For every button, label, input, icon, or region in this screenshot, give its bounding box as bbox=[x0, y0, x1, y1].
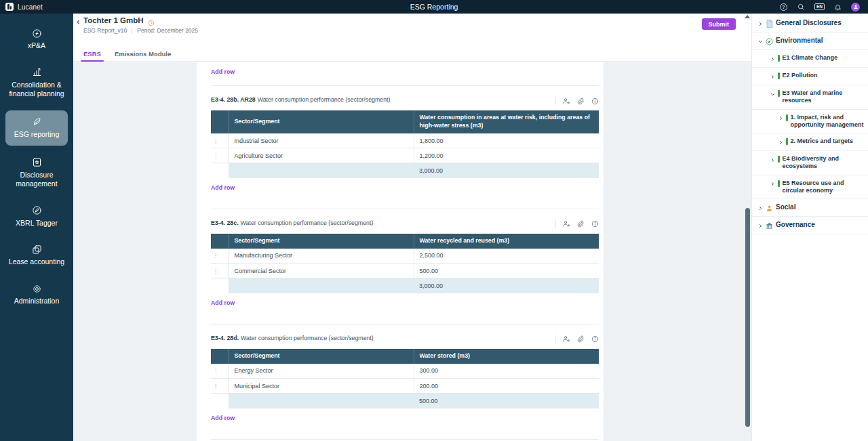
sidebar-item-consolidation[interactable]: Consolidation & financial planning bbox=[3, 62, 71, 104]
total-label-cell bbox=[229, 278, 414, 293]
drag-handle[interactable]: ⋮ bbox=[213, 153, 218, 159]
assign-user-icon[interactable] bbox=[562, 97, 570, 105]
sidebar-item-disclosure-management[interactable]: Disclosure management bbox=[3, 152, 71, 194]
sector-cell[interactable]: Industrial Sector bbox=[229, 133, 414, 148]
assign-user-icon[interactable] bbox=[562, 335, 570, 343]
tree-item-social[interactable]: Social bbox=[752, 199, 868, 217]
info-icon[interactable] bbox=[591, 220, 599, 228]
table-row: ⋮ Energy Sector 300.00 bbox=[211, 364, 599, 379]
tree-item-governance[interactable]: Governance bbox=[752, 217, 868, 234]
total-row: 500.00 bbox=[211, 394, 599, 408]
chevron-right-icon[interactable] bbox=[770, 55, 775, 63]
attachment-icon[interactable] bbox=[576, 335, 585, 343]
drag-handle[interactable]: ⋮ bbox=[213, 368, 218, 374]
column-header: Sector/Segment bbox=[229, 349, 414, 364]
section-title: E3-4. 28c.Water consumption performance … bbox=[211, 219, 380, 228]
drag-handle[interactable]: ⋮ bbox=[213, 138, 218, 144]
sidebar-item-administration[interactable]: Administration bbox=[3, 278, 71, 311]
total-value-cell: 3,000.00 bbox=[414, 163, 599, 178]
add-row-link[interactable]: Add row bbox=[211, 68, 235, 75]
chevron-right-icon[interactable] bbox=[757, 20, 763, 28]
attachment-icon[interactable] bbox=[576, 220, 585, 228]
tree-item-impact-risk-opportunity[interactable]: 1. Impact, risk and opportunity manageme… bbox=[752, 110, 868, 134]
back-chevron-icon[interactable]: ‹ bbox=[77, 17, 79, 26]
info-icon[interactable] bbox=[591, 97, 599, 105]
data-table: Sector/Segment Water recycled and reused… bbox=[211, 234, 599, 293]
sidebar-item-xpa[interactable]: xP&A bbox=[3, 23, 71, 56]
column-header: Water stored (m3) bbox=[414, 349, 599, 364]
module-sidebar: xP&A Consolidation & financial planning … bbox=[0, 14, 73, 441]
chevron-right-icon[interactable] bbox=[778, 138, 783, 146]
drag-handle[interactable]: ⋮ bbox=[213, 253, 218, 259]
sector-cell[interactable]: Municipal Sector bbox=[229, 379, 414, 394]
attachment-icon[interactable] bbox=[576, 97, 585, 105]
value-cell[interactable]: 1,800.00 bbox=[414, 133, 599, 148]
form-scroll-area[interactable]: Add row E3-4. 28b. AR28Water consumption… bbox=[73, 62, 751, 441]
info-icon[interactable] bbox=[591, 335, 599, 343]
section-e3-4-28c: E3-4. 28c.Water consumption performance … bbox=[211, 209, 599, 324]
scrollbar-thumb[interactable] bbox=[745, 208, 750, 427]
tree-item-e5-resource-use[interactable]: E5 Resource use and circular economy bbox=[752, 175, 868, 200]
sidebar-item-xbrl-tagger[interactable]: XBRL Tagger bbox=[3, 201, 71, 233]
value-cell[interactable]: 300.00 bbox=[414, 364, 599, 379]
column-header: Sector/Segment bbox=[229, 110, 414, 133]
chevron-right-icon[interactable] bbox=[770, 180, 775, 188]
value-cell[interactable]: 500.00 bbox=[414, 264, 599, 278]
tab-esrs[interactable]: ESRS bbox=[77, 48, 108, 61]
total-value-cell: 500.00 bbox=[414, 394, 599, 408]
sector-cell[interactable]: Commercial Sector bbox=[229, 264, 414, 278]
vertical-scrollbar[interactable] bbox=[745, 15, 750, 441]
tree-item-e4-biodiversity[interactable]: E4 Biodiversity and ecosystems bbox=[752, 151, 868, 175]
chevron-right-icon[interactable] bbox=[770, 72, 775, 81]
chevron-down-icon[interactable] bbox=[757, 37, 763, 45]
section-e3-4-28b: E3-4. 28b. AR28Water consumption perform… bbox=[211, 86, 599, 209]
add-row-link[interactable]: Add row bbox=[211, 299, 235, 306]
report-header: ‹ Tochter 1 GmbH ESG Report_v10 Period: … bbox=[73, 14, 751, 48]
language-selector[interactable]: EN bbox=[814, 3, 825, 11]
table-row: ⋮ Commercial Sector 500.00 bbox=[211, 264, 599, 278]
xpa-icon bbox=[32, 28, 42, 39]
tree-item-e2-pollution[interactable]: E2 Pollution bbox=[752, 68, 868, 85]
chevron-right-icon[interactable] bbox=[757, 222, 763, 230]
bell-icon[interactable] bbox=[833, 3, 842, 12]
tab-emissions-module[interactable]: Emissions Module bbox=[108, 48, 178, 61]
section-e3-4-28d: E3-4. 28d.Water consumption performance … bbox=[211, 324, 599, 439]
tree-item-metrics-targets[interactable]: 2. Metrics and targets bbox=[752, 133, 868, 151]
user-avatar[interactable] bbox=[851, 3, 860, 12]
tree-item-e1-climate-change[interactable]: E1 Climate Change bbox=[752, 50, 868, 68]
tree-item-e3-water-marine[interactable]: E3 Water and marine resources bbox=[752, 85, 868, 110]
chevron-right-icon[interactable] bbox=[778, 114, 783, 123]
add-row-link[interactable]: Add row bbox=[211, 184, 235, 191]
submit-button[interactable]: Submit bbox=[702, 18, 736, 30]
value-cell[interactable]: 2,500.00 bbox=[414, 249, 599, 264]
drag-handle[interactable]: ⋮ bbox=[213, 268, 218, 274]
chevron-right-icon[interactable] bbox=[770, 156, 775, 164]
scroll-up-arrow[interactable] bbox=[745, 15, 750, 18]
search-icon[interactable] bbox=[797, 3, 806, 12]
entity-title: Tochter 1 GmbH bbox=[83, 16, 144, 24]
brand-logo[interactable]: Lucanet bbox=[0, 3, 43, 11]
environmental-leaf-icon bbox=[766, 37, 773, 45]
form-sheet: Add row E3-4. 28b. AR28Water consumption… bbox=[197, 62, 604, 441]
sector-cell[interactable]: Agriculture Sector bbox=[229, 148, 414, 163]
tree-item-general-disclosures[interactable]: General Disclosures bbox=[752, 15, 868, 33]
value-cell[interactable]: 1,200.00 bbox=[414, 148, 599, 163]
document-icon bbox=[766, 20, 773, 28]
chevron-right-icon[interactable] bbox=[757, 204, 763, 212]
section-title: E3-4. 28d.Water consumption performance … bbox=[211, 335, 380, 343]
sidebar-item-lease-accounting[interactable]: Lease accounting bbox=[3, 239, 71, 272]
assign-user-icon[interactable] bbox=[562, 220, 570, 228]
data-table: Sector/Segment Water stored (m3) ⋮ Energ… bbox=[211, 349, 599, 408]
column-header: Water consumption in areas at water risk… bbox=[414, 110, 599, 133]
tree-item-environmental[interactable]: Environmental bbox=[752, 33, 868, 50]
sector-cell[interactable]: Energy Sector bbox=[229, 364, 414, 379]
help-icon[interactable]: ? bbox=[779, 3, 788, 12]
add-row-link[interactable]: Add row bbox=[211, 415, 235, 421]
bar-chart-icon bbox=[32, 67, 42, 78]
value-cell[interactable]: 200.00 bbox=[414, 379, 599, 394]
esrs-navigation-tree: General Disclosures Environmental E1 Cli… bbox=[751, 14, 868, 441]
drag-handle[interactable]: ⋮ bbox=[213, 383, 218, 390]
chevron-down-icon[interactable] bbox=[770, 90, 775, 98]
sector-cell[interactable]: Manufacturing Sector bbox=[229, 249, 414, 264]
sidebar-item-esg-reporting[interactable]: ESG reporting bbox=[5, 110, 68, 146]
